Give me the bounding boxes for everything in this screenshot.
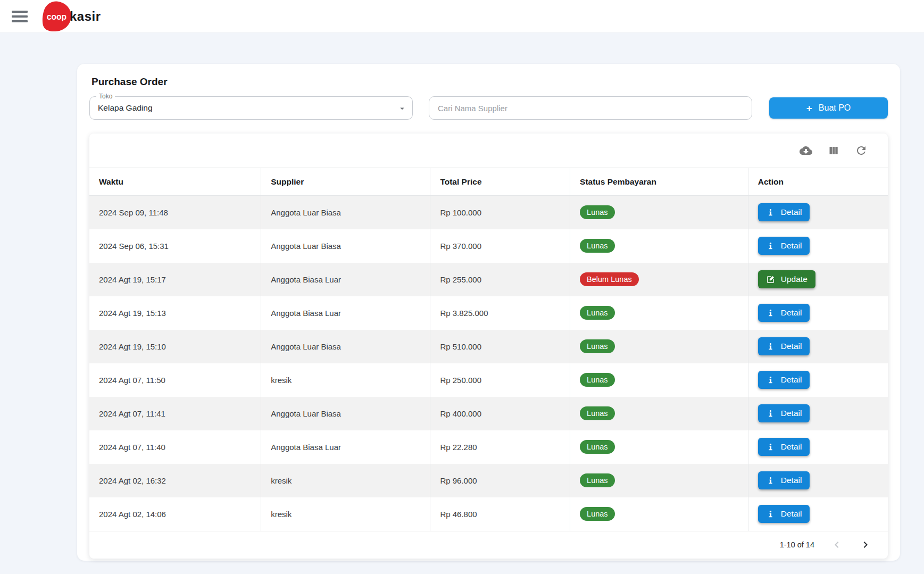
export-download-icon[interactable] bbox=[800, 144, 812, 157]
info-icon bbox=[766, 242, 775, 251]
status-badge: Lunas bbox=[580, 473, 615, 487]
detail-button[interactable]: Detail bbox=[758, 404, 810, 422]
menu-icon[interactable] bbox=[12, 11, 28, 22]
cell-status-pembayaran: Lunas bbox=[570, 296, 748, 330]
table-row: 2024 Agt 07, 11:40Anggota Biasa LuarRp 2… bbox=[89, 430, 888, 464]
action-button-label: Detail bbox=[781, 375, 802, 385]
logo-text-kasir: kasir bbox=[70, 9, 101, 24]
cell-action: Detail bbox=[748, 464, 888, 497]
plus-icon: + bbox=[806, 103, 812, 113]
info-icon bbox=[766, 476, 775, 485]
status-badge: Lunas bbox=[580, 205, 615, 219]
cell-total-price: Rp 22.280 bbox=[430, 430, 570, 464]
detail-button[interactable]: Detail bbox=[758, 371, 810, 389]
refresh-icon[interactable] bbox=[855, 144, 868, 157]
cell-total-price: Rp 96.000 bbox=[430, 464, 570, 497]
detail-button[interactable]: Detail bbox=[758, 337, 810, 355]
detail-button[interactable]: Detail bbox=[758, 203, 810, 221]
table-row: 2024 Agt 02, 14:06kresikRp 46.800LunasDe… bbox=[89, 497, 888, 531]
cell-status-pembayaran: Lunas bbox=[570, 330, 748, 363]
cell-status-pembayaran: Belum Lunas bbox=[570, 263, 748, 296]
supplier-search bbox=[429, 96, 752, 120]
cell-action: Detail bbox=[748, 497, 888, 531]
cell-waktu: 2024 Agt 07, 11:50 bbox=[89, 363, 261, 397]
cell-total-price: Rp 510.000 bbox=[430, 330, 570, 363]
cell-waktu: 2024 Sep 06, 15:31 bbox=[89, 229, 261, 263]
cell-supplier: Anggota Luar Biasa bbox=[261, 196, 430, 229]
menu-icon-bar bbox=[12, 15, 28, 18]
toko-select[interactable]: Toko Kelapa Gading bbox=[89, 96, 413, 120]
toko-select-label: Toko bbox=[96, 93, 115, 100]
table-row: 2024 Agt 19, 15:17Anggota Biasa LuarRp 2… bbox=[89, 263, 888, 296]
status-badge: Lunas bbox=[580, 440, 615, 454]
detail-button[interactable]: Detail bbox=[758, 505, 810, 523]
action-button-label: Update bbox=[781, 274, 808, 284]
buat-po-label: Buat PO bbox=[819, 103, 851, 113]
table-row: 2024 Agt 19, 15:13Anggota Biasa LuarRp 3… bbox=[89, 296, 888, 330]
cell-waktu: 2024 Agt 07, 11:41 bbox=[89, 397, 261, 430]
cell-waktu: 2024 Agt 02, 16:32 bbox=[89, 464, 261, 497]
cell-total-price: Rp 100.000 bbox=[430, 196, 570, 229]
cell-action: Detail bbox=[748, 397, 888, 430]
table-header-row: Waktu Supplier Total Price Status Pembay… bbox=[89, 168, 888, 196]
cell-action: Update bbox=[748, 263, 888, 296]
cell-waktu: 2024 Agt 07, 11:40 bbox=[89, 430, 261, 464]
info-icon bbox=[766, 342, 775, 351]
table-row: 2024 Agt 07, 11:41Anggota Luar BiasaRp 4… bbox=[89, 397, 888, 430]
info-icon bbox=[766, 409, 775, 418]
cell-waktu: 2024 Agt 19, 15:17 bbox=[89, 263, 261, 296]
action-button-label: Detail bbox=[781, 241, 802, 251]
cell-total-price: Rp 400.000 bbox=[430, 397, 570, 430]
table-row: 2024 Sep 06, 15:31Anggota Luar BiasaRp 3… bbox=[89, 229, 888, 263]
app-logo[interactable]: coop kasir bbox=[39, 0, 101, 33]
cell-total-price: Rp 3.825.000 bbox=[430, 296, 570, 330]
col-header-status-pembayaran: Status Pembayaran bbox=[570, 168, 748, 196]
svg-text:coop: coop bbox=[47, 12, 66, 21]
action-button-label: Detail bbox=[781, 207, 802, 217]
cell-action: Detail bbox=[748, 296, 888, 330]
update-button[interactable]: Update bbox=[758, 270, 815, 288]
detail-button[interactable]: Detail bbox=[758, 438, 810, 456]
status-badge: Lunas bbox=[580, 239, 615, 253]
chevron-left-icon[interactable] bbox=[830, 538, 843, 551]
cell-action: Detail bbox=[748, 330, 888, 363]
topbar: coop kasir bbox=[0, 0, 924, 33]
supplier-search-input[interactable] bbox=[429, 97, 752, 119]
cell-action: Detail bbox=[748, 229, 888, 263]
purchase-order-card: Purchase Order Toko Kelapa Gading + Buat… bbox=[77, 64, 900, 561]
pagination-range-label: 1-10 of 14 bbox=[780, 540, 814, 549]
chevron-right-icon[interactable] bbox=[859, 538, 872, 551]
edit-icon bbox=[766, 275, 775, 284]
cell-supplier: Anggota Biasa Luar bbox=[261, 263, 430, 296]
view-columns-icon[interactable] bbox=[827, 144, 840, 157]
status-badge: Lunas bbox=[580, 507, 615, 521]
action-button-label: Detail bbox=[781, 308, 802, 318]
status-badge: Belum Lunas bbox=[580, 272, 639, 286]
cell-waktu: 2024 Sep 09, 11:48 bbox=[89, 196, 261, 229]
po-table: Waktu Supplier Total Price Status Pembay… bbox=[89, 168, 888, 531]
status-badge: Lunas bbox=[580, 339, 615, 353]
cell-waktu: 2024 Agt 02, 14:06 bbox=[89, 497, 261, 531]
table-row: 2024 Agt 02, 16:32kresikRp 96.000LunasDe… bbox=[89, 464, 888, 497]
cell-action: Detail bbox=[748, 196, 888, 229]
info-icon bbox=[766, 309, 775, 318]
info-icon bbox=[766, 208, 775, 217]
detail-button[interactable]: Detail bbox=[758, 471, 810, 489]
detail-button[interactable]: Detail bbox=[758, 304, 810, 322]
filters-row: Toko Kelapa Gading + Buat PO bbox=[89, 96, 888, 120]
col-header-action: Action bbox=[748, 168, 888, 196]
info-icon bbox=[766, 376, 775, 385]
cell-action: Detail bbox=[748, 430, 888, 464]
cell-supplier: Anggota Luar Biasa bbox=[261, 330, 430, 363]
cell-supplier: Anggota Luar Biasa bbox=[261, 397, 430, 430]
action-button-label: Detail bbox=[781, 409, 802, 418]
cell-status-pembayaran: Lunas bbox=[570, 363, 748, 397]
menu-icon-bar bbox=[12, 20, 28, 22]
action-button-label: Detail bbox=[781, 442, 802, 452]
action-button-label: Detail bbox=[781, 509, 802, 519]
buat-po-button[interactable]: + Buat PO bbox=[769, 97, 888, 119]
detail-button[interactable]: Detail bbox=[758, 237, 810, 255]
action-button-label: Detail bbox=[781, 476, 802, 485]
table-row: 2024 Agt 19, 15:10Anggota Luar BiasaRp 5… bbox=[89, 330, 888, 363]
menu-icon-bar bbox=[12, 11, 28, 13]
